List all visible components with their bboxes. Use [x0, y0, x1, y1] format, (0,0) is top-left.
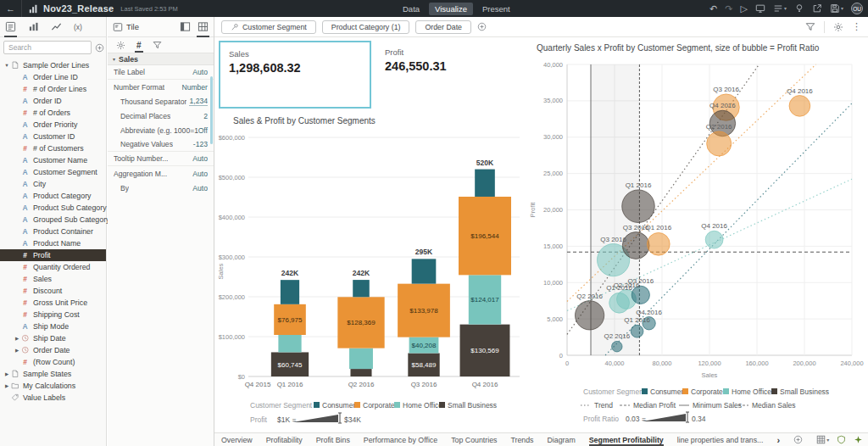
pop-out-button[interactable]: [812, 3, 822, 14]
bubble[interactable]: [705, 231, 723, 248]
mode-tab-visualize[interactable]: Visualize: [429, 3, 473, 15]
bubble[interactable]: [612, 341, 622, 351]
field-item-ship-mode[interactable]: AShip Mode: [0, 321, 106, 332]
canvas-tab-line-properties-and-trans[interactable]: line properties and trans...: [677, 433, 764, 446]
present-screen-button[interactable]: [755, 3, 765, 14]
bubble[interactable]: [622, 190, 655, 223]
bubble[interactable]: [647, 232, 670, 255]
next-canvas-chevron-icon[interactable]: ›: [776, 435, 780, 445]
save-button[interactable]: ▾: [830, 3, 843, 14]
canvas-grid-icon[interactable]: ▾: [816, 435, 829, 444]
canvas-settings-icon[interactable]: [833, 22, 843, 32]
property-value[interactable]: Off: [198, 126, 208, 135]
properties-tab-general[interactable]: [116, 37, 125, 53]
field-item-gross-unit-price[interactable]: #Gross Unit Price: [0, 297, 106, 309]
bar-segment[interactable]: [353, 280, 370, 297]
property-value[interactable]: -123: [193, 140, 208, 148]
add-filter-icon[interactable]: [477, 22, 487, 31]
bar-segment[interactable]: [350, 369, 371, 376]
panel-tab-data-elements[interactable]: [5, 17, 16, 37]
field-item-discount[interactable]: #Discount: [0, 285, 106, 297]
property-value[interactable]: 1,234: [189, 97, 208, 106]
field-item-product-category[interactable]: AProduct Category: [0, 190, 106, 202]
kpi-tile-sales[interactable]: Sales1,298,608.32: [219, 41, 371, 109]
mode-tab-data[interactable]: Data: [397, 3, 426, 15]
field-item-sample-states[interactable]: ▶Sample States: [0, 368, 106, 380]
panel-tab-calculations[interactable]: (x): [74, 17, 82, 37]
bubble[interactable]: [707, 131, 732, 156]
user-avatar[interactable]: OU: [851, 3, 863, 14]
field-item-product-container[interactable]: AProduct Container: [0, 226, 106, 237]
field-item-order-priority[interactable]: AOrder Priority: [0, 119, 106, 131]
bar-segment[interactable]: [281, 280, 299, 304]
kebab-menu-icon[interactable]: ⋮: [852, 21, 861, 32]
field-item-sample-order-lines[interactable]: ▼Sample Order Lines: [0, 59, 106, 71]
bar-segment[interactable]: [412, 259, 437, 283]
field-item-order-date[interactable]: ▶Order Date: [0, 344, 106, 356]
panel-toggle-left[interactable]: [180, 17, 191, 37]
back-button[interactable]: ←: [0, 0, 22, 17]
bar-series[interactable]: [271, 170, 511, 376]
visualization-filter-icon[interactable]: [805, 22, 815, 32]
field-item-sales[interactable]: #Sales: [0, 273, 106, 285]
field-item-of-orders[interactable]: ## of Orders: [0, 107, 106, 119]
add-canvas-icon[interactable]: [793, 435, 803, 444]
bubble[interactable]: [575, 301, 604, 330]
property-value[interactable]: Auto: [192, 184, 208, 192]
expander-icon[interactable]: ▶: [14, 348, 20, 353]
expander-icon[interactable]: ▶: [14, 336, 20, 341]
field-item-customer-segment[interactable]: ACustomer Segment: [0, 166, 106, 178]
field-item-city[interactable]: ACity: [0, 178, 106, 190]
filter-pill[interactable]: Order Date: [415, 20, 471, 34]
scatter-chart[interactable]: Quarterly Sales x Profit by Customer Seg…: [528, 37, 868, 432]
property-value[interactable]: 2: [203, 112, 208, 120]
properties-section-header[interactable]: ▾ Sales: [108, 53, 214, 65]
canvas-tab-trends[interactable]: Trends: [510, 433, 533, 446]
field-item-product-name[interactable]: AProduct Name: [0, 237, 106, 249]
canvas-tab-segment-profitability[interactable]: Segment Profitability: [589, 433, 664, 446]
expander-icon[interactable]: ▶: [3, 371, 10, 376]
field-item-order-id[interactable]: AOrder ID: [0, 95, 106, 107]
preview-button[interactable]: ▷: [741, 4, 748, 14]
kpi-tile-profit[interactable]: Profit246,550.31: [376, 41, 526, 109]
quality-shield-icon[interactable]: [837, 435, 846, 444]
insights-button[interactable]: [794, 3, 804, 14]
property-value[interactable]: Number: [181, 83, 208, 92]
field-item-of-customers[interactable]: ## of Customers: [0, 142, 106, 154]
field-item-profit[interactable]: #Profit: [0, 249, 106, 261]
field-item-order-line-id[interactable]: AOrder Line ID: [0, 71, 106, 83]
properties-tab-filters[interactable]: [153, 37, 162, 53]
bubble[interactable]: [631, 325, 643, 337]
canvas-tab-performance-by-office[interactable]: Performance by Office: [364, 433, 437, 446]
bar-chart[interactable]: Sales & Profit by Customer Segments$0$10…: [214, 110, 528, 432]
field-item-value-labels[interactable]: Value Labels: [0, 392, 106, 404]
panel-tab-visualizations[interactable]: [28, 17, 39, 37]
field-item-row-count[interactable]: #(Row Count): [0, 356, 106, 368]
field-item-of-order-lines[interactable]: ## of Order Lines: [0, 83, 106, 95]
redo-button[interactable]: ↷: [725, 4, 732, 14]
bubble[interactable]: [789, 96, 810, 117]
field-item-my-calculations[interactable]: ▶My Calculations: [0, 380, 106, 392]
field-item-shipping-cost[interactable]: #Shipping Cost: [0, 309, 106, 321]
undo-button[interactable]: ↶: [709, 4, 717, 14]
canvas-tab-top-countries[interactable]: Top Countries: [451, 433, 497, 446]
canvas-tab-profitability[interactable]: Profitability: [266, 433, 303, 446]
export-button[interactable]: ▾: [773, 3, 787, 14]
bar-segment[interactable]: [349, 348, 373, 369]
property-value[interactable]: Auto: [192, 154, 208, 163]
field-item-customer-name[interactable]: ACustomer Name: [0, 154, 106, 166]
field-item-grouped-sub-category[interactable]: AGrouped Sub Category: [0, 214, 106, 226]
mode-tab-present[interactable]: Present: [476, 3, 516, 15]
filter-pill[interactable]: Customer Segment: [221, 20, 316, 34]
canvas-tab-diagram[interactable]: Diagram: [548, 433, 576, 446]
property-value[interactable]: Auto: [192, 170, 208, 178]
field-item-ship-date[interactable]: ▶Ship Date: [0, 332, 106, 344]
auto-insight-sparkle-icon[interactable]: [854, 435, 863, 444]
bar-segment[interactable]: [475, 170, 495, 197]
filter-pill[interactable]: Product Category (1): [322, 20, 410, 34]
field-item-customer-id[interactable]: ACustomer ID: [0, 131, 106, 142]
field-item-product-sub-category[interactable]: AProduct Sub Category: [0, 202, 106, 214]
properties-tab-values[interactable]: #: [136, 37, 142, 53]
bubble[interactable]: [622, 232, 649, 259]
panel-toggle-grid[interactable]: [198, 17, 209, 37]
